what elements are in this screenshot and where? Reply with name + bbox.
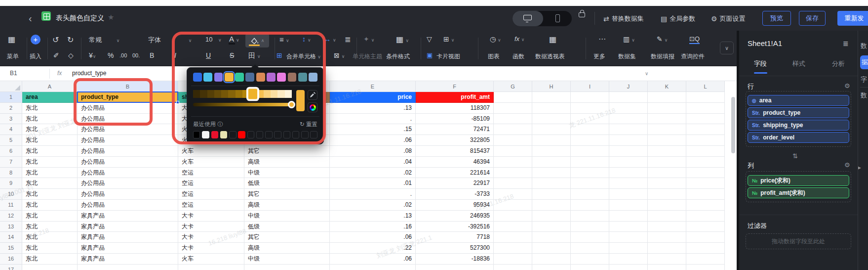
grid-cell[interactable] xyxy=(532,146,571,157)
recent-color-swatch[interactable] xyxy=(292,131,299,138)
eraser-icon[interactable]: ◇ xyxy=(68,51,74,59)
grid-cell[interactable]: 22917 xyxy=(416,178,494,189)
republish-button[interactable]: 重新发 xyxy=(837,11,868,26)
strikethrough-button[interactable]: S xyxy=(230,51,234,59)
grid-cell[interactable]: 东北 xyxy=(22,146,78,157)
grid-cell[interactable] xyxy=(22,265,78,270)
grid-cell[interactable] xyxy=(571,178,609,189)
grid-cell[interactable]: .04 xyxy=(330,157,416,168)
grid-cell[interactable]: 其它 xyxy=(244,189,330,200)
grid-cell[interactable]: 东北 xyxy=(22,114,78,125)
shade-swatch[interactable] xyxy=(221,90,228,98)
grid-cell[interactable]: 东北 xyxy=(22,254,78,265)
column-header[interactable]: J xyxy=(609,81,648,92)
theme-color-swatch[interactable] xyxy=(267,73,276,82)
strip-item[interactable]: 数 xyxy=(861,91,867,100)
grid-cell[interactable] xyxy=(330,265,416,270)
percent-button[interactable]: % xyxy=(108,51,114,59)
row-header[interactable]: 9 xyxy=(0,178,22,189)
grid-cell[interactable] xyxy=(648,222,686,232)
theme-color-swatch[interactable] xyxy=(309,73,317,82)
vertical-align-dropdown[interactable]: ↕ ∨ xyxy=(302,35,311,43)
grid-cell[interactable] xyxy=(532,222,571,232)
grid-cell[interactable]: 东北 xyxy=(22,103,78,114)
grid-cell[interactable] xyxy=(686,124,725,135)
grid-cell[interactable] xyxy=(494,92,532,103)
theme-color-swatch[interactable] xyxy=(298,73,307,82)
grid-cell[interactable] xyxy=(494,265,532,270)
grid-cell[interactable]: 家具产品 xyxy=(78,222,178,232)
formula-input[interactable]: product_type xyxy=(72,70,106,77)
table-style-dropdown[interactable]: ⊞ ∨ xyxy=(443,35,454,43)
grid-cell[interactable]: 东北 xyxy=(22,243,78,254)
data-entry-label[interactable]: 数据填报 xyxy=(651,52,674,61)
grid-cell[interactable]: 大卡 xyxy=(178,222,244,232)
filter-drop-zone[interactable]: 拖动数据字段至此处 xyxy=(746,233,851,249)
font-color-button[interactable]: A ∨ xyxy=(229,35,239,43)
grid-cell[interactable] xyxy=(78,265,178,270)
grid-cell[interactable] xyxy=(686,146,725,157)
grid-cell[interactable]: 办公用品 xyxy=(78,146,178,157)
save-button[interactable]: 保存 xyxy=(799,11,826,26)
tab-fields[interactable]: 字段 xyxy=(754,59,767,68)
grid-cell[interactable] xyxy=(494,114,532,125)
grid-cell[interactable] xyxy=(532,114,571,125)
grid-cell[interactable] xyxy=(686,265,725,270)
grid-cell[interactable] xyxy=(686,178,725,189)
pivot-table-label[interactable]: 数据透视表 xyxy=(535,52,565,61)
indent-icon[interactable]: ≣ xyxy=(345,35,351,44)
grid-cell[interactable]: 空运 xyxy=(178,168,244,179)
grid-cell[interactable] xyxy=(494,135,532,146)
grid-cell[interactable] xyxy=(571,200,609,211)
grid-cell[interactable] xyxy=(686,254,725,265)
recent-color-swatch[interactable] xyxy=(211,131,218,138)
device-toggle[interactable] xyxy=(513,11,572,26)
grid-cell[interactable]: 高级 xyxy=(244,157,330,168)
eyedropper-button[interactable] xyxy=(308,90,317,100)
grid-cell[interactable] xyxy=(609,92,648,103)
row-header[interactable]: 3 xyxy=(0,114,22,125)
shade-swatch[interactable] xyxy=(214,90,221,98)
grid-cell[interactable] xyxy=(532,200,571,211)
grid-cell[interactable]: 办公用品 xyxy=(78,168,178,179)
grid-cell[interactable] xyxy=(571,114,609,125)
grid-cell[interactable] xyxy=(571,265,609,270)
grid-cell[interactable] xyxy=(494,103,532,114)
grid-cell[interactable]: 低级 xyxy=(244,178,330,189)
column-header[interactable]: F xyxy=(416,81,494,92)
grid-cell[interactable] xyxy=(686,232,725,243)
font-size-dropdown[interactable]: 10 ∨ xyxy=(205,36,222,43)
grid-cell[interactable] xyxy=(532,243,571,254)
grid-cell[interactable]: 527300 xyxy=(416,243,494,254)
card-view-label[interactable]: 卡片视图 xyxy=(436,52,460,61)
grid-cell[interactable] xyxy=(609,243,648,254)
grid-cell[interactable] xyxy=(571,211,609,222)
grid-cell[interactable] xyxy=(609,265,648,270)
grid-cell[interactable] xyxy=(609,178,648,189)
grid-cell[interactable]: 东北 xyxy=(22,211,78,222)
panel-menu-icon[interactable]: ≣ xyxy=(843,40,849,47)
shade-swatch[interactable] xyxy=(200,90,207,98)
grid-cell[interactable]: 火车 xyxy=(178,157,244,168)
undo-icon[interactable]: ↺ xyxy=(52,35,59,45)
grid-cell[interactable]: 家具产品 xyxy=(78,254,178,265)
grid-cell[interactable]: 其它 xyxy=(244,232,330,243)
recent-color-swatch[interactable] xyxy=(193,131,200,138)
dataset-icon[interactable]: ▥ ∨ xyxy=(623,35,635,43)
row-header[interactable]: 12 xyxy=(0,211,22,222)
row-header[interactable]: 5 xyxy=(0,135,22,146)
grid-cell[interactable] xyxy=(648,211,686,222)
grid-cell[interactable] xyxy=(571,168,609,179)
grid-cell[interactable] xyxy=(571,232,609,243)
row-header[interactable]: 7 xyxy=(0,157,22,168)
grid-cell[interactable] xyxy=(609,157,648,168)
recent-color-swatch[interactable] xyxy=(265,131,272,138)
reset-button[interactable]: ↻ 重置 xyxy=(300,121,317,128)
grid-cell[interactable] xyxy=(494,211,532,222)
grid-cell[interactable] xyxy=(494,124,532,135)
grid-cell[interactable]: . xyxy=(330,189,416,200)
header-cell[interactable]: area xyxy=(22,92,78,103)
grid-cell[interactable]: 815437 xyxy=(416,146,494,157)
grid-cell[interactable]: 办公用品 xyxy=(78,189,178,200)
bold-button[interactable]: B xyxy=(150,51,154,59)
